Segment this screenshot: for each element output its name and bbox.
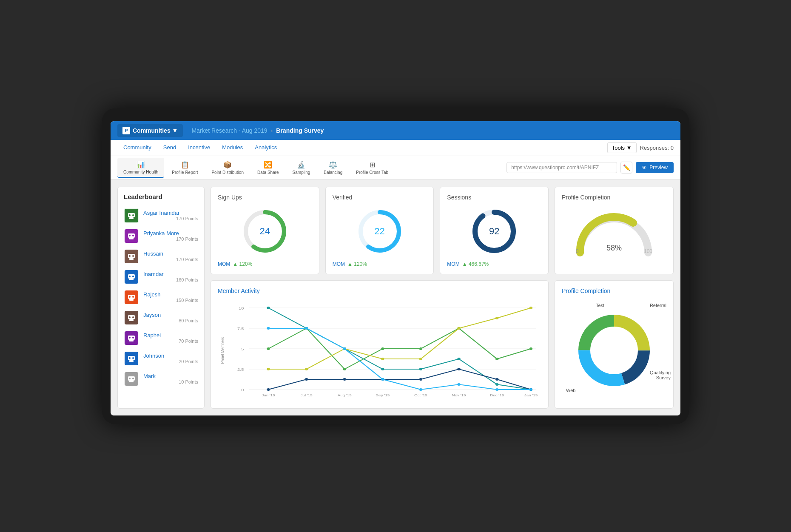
svg-point-18 [132, 276, 134, 277]
nav-community[interactable]: Community [117, 139, 157, 156]
leader-name: Raphel [143, 332, 198, 339]
balancing-icon: ⚖️ [329, 161, 337, 169]
signups-circle: 24 [242, 208, 288, 255]
preview-button[interactable]: 👁 Preview [636, 162, 674, 173]
main-content: Leaderboard Asgar Inamdar 170 Points [111, 180, 680, 415]
svg-point-82 [381, 347, 384, 350]
nav-incentive[interactable]: Incentive [182, 139, 216, 156]
leader-info: Rajesh 150 Points [143, 291, 198, 303]
list-item: Johnson 20 Points [124, 348, 198, 369]
svg-rect-44 [129, 381, 134, 382]
verified-card: Verified 22 MOM [325, 187, 434, 274]
toolbar-balancing[interactable]: ⚖️ Balancing [318, 158, 348, 177]
svg-rect-4 [129, 217, 134, 219]
leader-name: Mark [143, 373, 198, 379]
device-frame: P Communities ▼ Market Research - Aug 20… [102, 108, 689, 424]
verified-title: Verified [333, 194, 427, 201]
signups-circle-container: 24 [218, 206, 312, 257]
svg-point-83 [419, 347, 422, 350]
svg-point-85 [495, 358, 498, 360]
sessions-circle-container: 92 [447, 206, 541, 257]
svg-text:10: 10 [239, 306, 244, 310]
svg-point-81 [343, 368, 346, 370]
leader-points: 170 Points [143, 257, 198, 262]
svg-point-91 [419, 358, 422, 360]
tools-button[interactable]: Tools ▼ [607, 142, 637, 153]
svg-point-32 [129, 337, 131, 339]
sessions-card: Sessions 92 MOM [440, 187, 549, 274]
toolbar-community-health[interactable]: 📊 Community Health [117, 158, 164, 178]
signups-footer: MOM ▲ 120% [218, 261, 312, 267]
svg-text:Jan '19: Jan '19 [524, 393, 538, 397]
toolbar-profile-cross-tab[interactable]: ⊞ Profile Cross Tab [350, 158, 394, 177]
leader-points: 150 Points [143, 298, 198, 303]
svg-point-71 [267, 307, 270, 309]
toolbar-sampling[interactable]: 🔬 Sampling [287, 158, 316, 177]
svg-text:Panel Members: Panel Members [220, 337, 225, 364]
svg-point-96 [305, 378, 308, 381]
svg-point-33 [132, 337, 134, 339]
sessions-footer: MOM ▲ 466.67% [447, 261, 541, 267]
svg-text:0: 0 [241, 387, 244, 392]
communities-button[interactable]: P Communities ▼ [117, 124, 183, 137]
svg-point-105 [343, 347, 346, 350]
svg-point-7 [129, 235, 131, 236]
sessions-value: 92 [489, 226, 499, 237]
responses-text: Responses: 0 [640, 145, 674, 151]
leader-points: 160 Points [143, 277, 198, 282]
profile-report-icon: 📋 [181, 161, 189, 169]
svg-point-104 [305, 327, 308, 330]
list-item: Asgar Inamdar 170 Points [124, 205, 198, 226]
svg-point-17 [129, 276, 131, 277]
svg-point-110 [529, 388, 532, 391]
leaderboard-title: Leaderboard [124, 193, 198, 200]
svg-point-108 [457, 383, 460, 386]
avatar [124, 351, 139, 366]
avatar [124, 249, 139, 264]
bottom-row: Member Activity 10 [211, 280, 674, 409]
edit-url-button[interactable]: ✏️ [620, 162, 632, 174]
leader-info: Inamdar 160 Points [143, 271, 198, 282]
gauge-container: 58% 0 100 [562, 206, 666, 259]
legend-web: Web [566, 388, 575, 393]
svg-point-97 [343, 378, 346, 381]
leader-name: Jayson [143, 312, 198, 318]
avatar [124, 290, 139, 305]
list-item: Hussain 170 Points [124, 246, 198, 267]
list-item: Rajesh 150 Points [124, 287, 198, 307]
leader-info: Johnson 20 Points [143, 353, 198, 364]
profile-cross-tab-icon: ⊞ [370, 161, 375, 169]
avatar [124, 208, 139, 223]
svg-text:Sep '19: Sep '19 [376, 393, 390, 397]
profile-completion-gauge-title: Profile Completion [562, 194, 666, 201]
toolbar-point-distribution[interactable]: 📦 Point Distribution [205, 158, 250, 177]
toolbar-data-share[interactable]: 🔀 Data Share [251, 158, 285, 177]
breadcrumb-separator: › [271, 127, 273, 134]
leader-name: Rajesh [143, 291, 198, 298]
verified-footer: MOM ▲ 120% [333, 261, 427, 267]
url-input[interactable] [506, 162, 617, 173]
breadcrumb: Market Research - Aug 2019 › Branding Su… [191, 127, 324, 134]
svg-point-94 [529, 307, 532, 309]
data-share-icon: 🔀 [264, 161, 272, 169]
nav-send[interactable]: Send [157, 139, 182, 156]
toolbar-profile-report[interactable]: 📋 Profile Report [166, 158, 204, 177]
right-content: Sign Ups 24 MOM [211, 187, 674, 409]
sessions-mom-label: MOM [447, 261, 459, 267]
profile-completion-donut-title: Profile Completion [562, 287, 666, 294]
svg-rect-14 [129, 258, 134, 260]
p-icon: P [122, 127, 130, 134]
svg-point-75 [419, 368, 422, 370]
toolbar-balancing-label: Balancing [324, 170, 342, 175]
avatar [124, 330, 139, 346]
svg-rect-9 [129, 238, 134, 239]
nav-modules[interactable]: Modules [216, 139, 249, 156]
legend-test: Test [596, 303, 604, 308]
breadcrumb-link[interactable]: Market Research - Aug 2019 [191, 127, 267, 134]
svg-text:2.5: 2.5 [237, 367, 244, 371]
svg-point-28 [132, 316, 134, 318]
nav-analytics[interactable]: Analytics [249, 139, 283, 156]
toolbar-community-health-label: Community Health [123, 170, 158, 174]
toolbar-profile-cross-tab-label: Profile Cross Tab [356, 170, 388, 175]
leader-points: 20 Points [143, 359, 198, 364]
